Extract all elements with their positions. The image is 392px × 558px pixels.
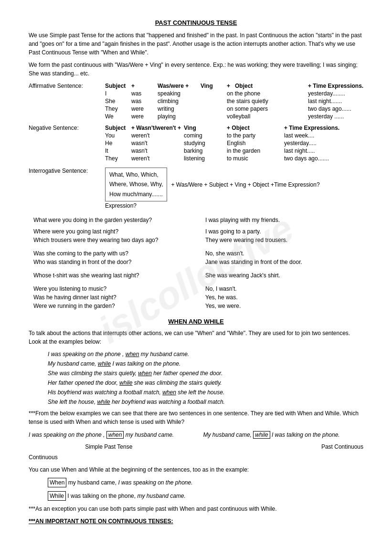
qa-q1: What were you doing in the garden yester…: [33, 216, 205, 224]
aff-r4-o1: [201, 113, 227, 120]
qa-a1: I was playing with my friends.: [205, 216, 363, 224]
qa-a2: I was going to a party. They were wearin…: [205, 227, 363, 244]
aff-r1-t: yesterday........: [308, 90, 365, 97]
neg-r1-t: last week....: [284, 132, 346, 139]
interrogative-box: What, Who, Which, Where, Whose, Why, How…: [105, 168, 167, 201]
note-1: ***From the below examples we can see th…: [29, 409, 363, 426]
qa-a5: No, I wasn't. Yes, he was. Yes, we were.: [205, 284, 363, 310]
aff-r3-v: writing: [158, 105, 201, 112]
aff-r1-w: was: [131, 90, 158, 97]
example-6: She left the house, while her boyfriend …: [48, 398, 363, 406]
qa-q2-line1: Where were you going last night?: [33, 227, 205, 236]
interrog-item-2: Where, Whose, Why,: [109, 179, 163, 189]
neg-r1-o: to the party: [227, 132, 284, 139]
aff-h-subject: Subject: [105, 83, 131, 89]
example-3: She was climbing the stairs quietly, whe…: [48, 369, 363, 378]
affirmative-label: Affirmative Sentence:: [29, 83, 105, 89]
negative-section: Negative Sentence: Subject + Wasn't/were…: [29, 125, 363, 162]
aff-r3-t: two days ago......: [308, 105, 365, 112]
aff-r2-o1: [201, 98, 227, 105]
when-example: When my husband came, I was speaking on …: [48, 478, 363, 487]
neg-r2-w: wasn't: [131, 140, 184, 147]
intro-paragraph-2: We form the past continuous with "Was/We…: [29, 61, 363, 78]
neg-r3-o: in the garden: [227, 147, 284, 154]
example-5: His boyfriend was watching a football ma…: [48, 388, 363, 397]
neg-r1-v: coming: [184, 132, 227, 139]
aff-r1-v: speaking: [158, 90, 201, 97]
qa-q3-line2: Who was standing in front of the door?: [33, 258, 205, 266]
neg-r2-t: yesterday.....: [284, 140, 346, 147]
aff-r2-s: She: [105, 98, 131, 105]
past-continuous-label: Past Continuous: [203, 443, 364, 450]
example-1: I was speaking on the phone , when my hu…: [48, 350, 363, 358]
qa-row-2: Where were you going last night? Which t…: [33, 227, 363, 244]
neg-h-wasnt: + Wasn't/weren't +: [131, 125, 184, 131]
qa-a5-line1: No, I wasn't.: [205, 284, 363, 293]
aff-r3-s: They: [105, 105, 131, 112]
qa-a2-line2: They were wearing red trousers.: [205, 236, 363, 244]
neg-r2-s: He: [105, 140, 131, 147]
aff-h-ving: Ving: [201, 83, 227, 89]
neg-r4-v: listening: [184, 155, 227, 162]
qa-a3-line2: Jane was standing in front of the door.: [205, 258, 363, 266]
neg-r3-t: last night.....: [284, 147, 346, 154]
aff-r2-t: last night.......: [308, 98, 365, 105]
aff-h-plus2: + Object: [227, 83, 308, 89]
aff-r2-o: the stairs quietly: [227, 98, 308, 105]
qa-q5-line2: Was he having dinner last night?: [33, 293, 205, 302]
neg-r1-s: You: [105, 132, 131, 139]
continuous-label: Continuous: [29, 453, 363, 462]
aff-r1-o1: [201, 90, 227, 97]
aff-r4-o: volleyball: [227, 113, 308, 120]
simple-past-label: Simple Past Tense: [29, 443, 189, 450]
qa-q2-line2: Which trousers were they wearing two day…: [33, 236, 205, 244]
aff-r1-o: on the phone: [227, 90, 308, 97]
bottom-ex-left: I was speaking on the phone , when my hu…: [29, 431, 189, 439]
neg-r4-w: weren't: [131, 155, 184, 162]
interrogative-section: Interrogative Sentence: What, Who, Which…: [29, 168, 363, 209]
negative-label: Negative Sentence:: [29, 125, 105, 131]
aff-h-plus1: +: [131, 83, 158, 89]
neg-r3-s: It: [105, 147, 131, 154]
affirmative-table: Subject + Was/were + Ving + Object + Tim…: [105, 83, 365, 120]
interrog-item-3: How much/many.......: [109, 190, 163, 199]
aff-r4-w: were: [131, 113, 158, 120]
qa-q2: Where were you going last night? Which t…: [33, 227, 205, 244]
exception-note: ***As an exception you can use both part…: [29, 505, 363, 513]
negative-table: Subject + Wasn't/weren't + Ving + Object…: [105, 125, 363, 162]
neg-r4-o: to music: [227, 155, 284, 162]
qa-a5-line3: Yes, we were.: [205, 302, 363, 310]
aff-h-waswere: Was/were +: [158, 83, 201, 89]
neg-r3-w: wasn't: [131, 147, 184, 154]
when-while-title: WHEN AND WHILE: [29, 318, 363, 325]
qa-row-1: What were you doing in the garden yester…: [33, 216, 363, 224]
qa-section: What were you doing in the garden yester…: [33, 216, 363, 310]
aff-r3-o1: [201, 105, 227, 112]
neg-r2-v: studying: [184, 140, 227, 147]
aff-r4-s: We: [105, 113, 131, 120]
qa-q5: Were you listening to music? Was he havi…: [33, 284, 205, 310]
bottom-examples: I was speaking on the phone , when my hu…: [29, 431, 363, 439]
qa-a3: No, she wasn't. Jane was standing in fro…: [205, 249, 363, 266]
aff-r3-w: were: [131, 105, 158, 112]
while-highlight-1: while: [253, 431, 270, 439]
aff-r3-o: on some papers: [227, 105, 308, 112]
aff-r4-v: playing: [158, 113, 201, 120]
neg-r4-s: They: [105, 155, 131, 162]
qa-q5-line1: Were you listening to music?: [33, 284, 205, 293]
neg-r2-o: English: [227, 140, 284, 147]
page-title: PAST CONTINUOUS TENSE: [29, 19, 363, 26]
aff-r4-t: yesterday ......: [308, 113, 365, 120]
neg-r3-v: barking: [184, 147, 227, 154]
when-highlight-1: when: [106, 431, 124, 439]
qa-q5-line3: Were we running in the garden?: [33, 302, 205, 310]
aff-r2-w: was: [131, 98, 158, 105]
interrog-item-1: What, Who, Which,: [109, 170, 163, 179]
neg-h-ving: Ving: [184, 125, 227, 131]
when-while-intro: To talk about the actions that interrupt…: [29, 329, 363, 346]
qa-q4: Whose t-shirt was she wearing last night…: [33, 271, 205, 280]
qa-a5-line2: Yes, he was.: [205, 293, 363, 302]
example-2: My husband came, while I was talking on …: [48, 359, 363, 368]
interrogative-label: Interrogative Sentence:: [29, 168, 105, 174]
interrog-expression-label: Expression?: [105, 202, 137, 209]
